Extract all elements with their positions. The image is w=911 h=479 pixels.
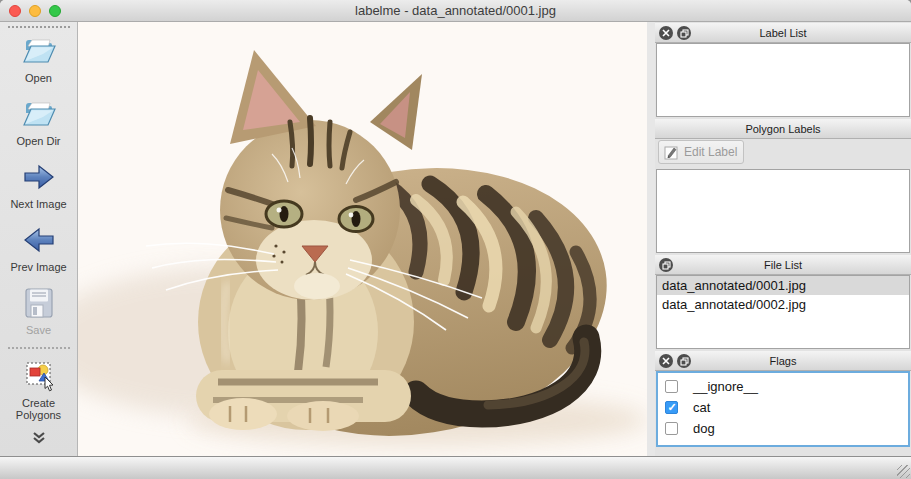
flag-label: __ignore__	[693, 379, 758, 394]
file-list[interactable]: data_annotated/0001.jpg data_annotated/0…	[656, 275, 910, 349]
save-label: Save	[26, 324, 51, 336]
create-polygons-button[interactable]: Create Polygons	[4, 355, 74, 430]
prev-image-button[interactable]: Prev Image	[10, 219, 66, 282]
flag-item[interactable]: __ignore__	[658, 376, 908, 397]
label-list-dock: Label List	[655, 23, 911, 117]
flag-checkbox[interactable]	[665, 422, 678, 435]
polygon-labels-toolbar: Edit Label	[655, 139, 911, 165]
titlebar[interactable]: labelme - data_annotated/0001.jpg	[0, 0, 911, 22]
toolbar-separator	[8, 347, 70, 349]
file-list-item[interactable]: data_annotated/0001.jpg	[657, 276, 909, 295]
open-dir-button[interactable]: Open Dir	[16, 93, 60, 156]
create-polygons-label: Create Polygons	[4, 397, 74, 421]
file-list-header[interactable]: File List	[655, 255, 911, 275]
resize-grip-icon[interactable]	[897, 465, 910, 478]
open-dir-label: Open Dir	[16, 135, 60, 147]
edit-label-button[interactable]: Edit Label	[658, 140, 744, 164]
prev-image-label: Prev Image	[10, 261, 66, 273]
polygon-labels-dock: Polygon Labels Edit Label	[655, 119, 911, 253]
label-list-title: Label List	[759, 27, 806, 39]
flags-float-icon[interactable]	[677, 354, 691, 368]
create-polygons-icon	[22, 358, 56, 394]
window-title: labelme - data_annotated/0001.jpg	[355, 3, 556, 18]
image-canvas[interactable]	[78, 22, 647, 456]
open-button[interactable]: Open	[21, 30, 57, 93]
flag-checkbox[interactable]	[665, 380, 678, 393]
status-bar	[0, 456, 911, 479]
file-list-float-icon[interactable]	[659, 258, 673, 272]
toolbar-overflow-chevron[interactable]	[31, 430, 47, 450]
minimize-window-button[interactable]	[29, 5, 41, 17]
labelme-window: labelme - data_annotated/0001.jpg Open	[0, 0, 911, 479]
polygon-labels-header[interactable]: Polygon Labels	[655, 119, 911, 139]
open-dir-folder-icon	[21, 96, 57, 132]
flag-item[interactable]: cat	[658, 397, 908, 418]
label-list[interactable]	[656, 43, 910, 117]
flags-dock: Flags __ignore__ cat dog	[655, 351, 911, 447]
flags-header[interactable]: Flags	[655, 351, 911, 371]
next-image-button[interactable]: Next Image	[10, 156, 66, 219]
toolbar: Open Open Dir	[0, 22, 78, 456]
flag-label: cat	[693, 400, 710, 415]
label-list-float-icon[interactable]	[677, 26, 691, 40]
toolbar-drag-handle[interactable]	[8, 26, 70, 28]
polygon-labels-title: Polygon Labels	[745, 123, 820, 135]
file-list-item[interactable]: data_annotated/0002.jpg	[657, 295, 909, 314]
dock-splitter[interactable]	[647, 22, 655, 456]
open-label: Open	[25, 72, 52, 84]
flags-list[interactable]: __ignore__ cat dog	[656, 371, 910, 447]
file-list-dock: File List data_annotated/0001.jpg data_a…	[655, 255, 911, 349]
label-list-close-icon[interactable]	[659, 26, 673, 40]
dock-area: Label List Polygon Labels Edi	[655, 22, 911, 456]
cat-photo	[78, 22, 647, 456]
flag-label: dog	[693, 421, 715, 436]
flags-close-icon[interactable]	[659, 354, 673, 368]
flag-checkbox[interactable]	[665, 401, 678, 414]
save-button[interactable]: Save	[22, 282, 56, 345]
arrow-left-icon	[22, 222, 56, 258]
file-list-title: File List	[764, 259, 802, 271]
save-floppy-icon	[22, 285, 56, 321]
label-list-header[interactable]: Label List	[655, 23, 911, 43]
zoom-window-button[interactable]	[49, 5, 61, 17]
next-image-label: Next Image	[10, 198, 66, 210]
polygon-labels-list[interactable]	[656, 169, 910, 253]
close-window-button[interactable]	[9, 5, 21, 17]
flags-title: Flags	[770, 355, 797, 367]
edit-label-text: Edit Label	[684, 145, 737, 159]
open-folder-icon	[21, 33, 57, 69]
edit-pencil-icon	[664, 145, 679, 160]
flag-item[interactable]: dog	[658, 418, 908, 439]
arrow-right-icon	[22, 159, 56, 195]
